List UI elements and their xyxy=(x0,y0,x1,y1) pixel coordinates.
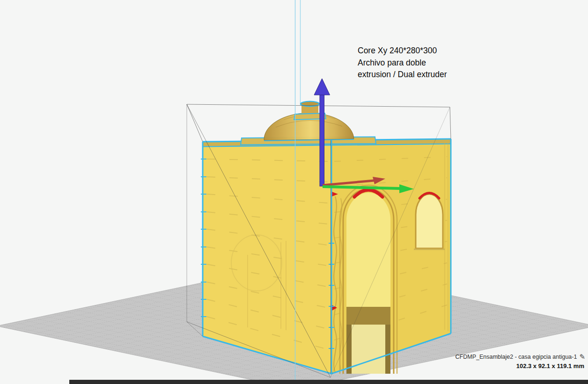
annotation-line-3: extrusion / Dual extruder xyxy=(358,69,447,81)
selected-model-info: CFDMP_Ensamblaje2 - casa egipcia antigua… xyxy=(456,353,585,370)
annotation-line-1: Core Xy 240*280*300 xyxy=(358,45,447,57)
annotation-line-2: Archivo para doble xyxy=(358,57,447,69)
window-arch xyxy=(414,194,445,249)
house-model[interactable] xyxy=(201,101,451,374)
scene-canvas[interactable] xyxy=(0,0,588,384)
bottom-bar xyxy=(69,380,588,384)
slicer-3d-viewport[interactable]: Core Xy 240*280*300 Archivo para doble e… xyxy=(0,0,588,384)
model-name-row: CFDMP_Ensamblaje2 - casa egipcia antigua… xyxy=(456,353,585,360)
pencil-icon[interactable]: ✎ xyxy=(579,353,585,360)
door-arch xyxy=(340,185,397,374)
model-dimensions: 102.3 x 92.1 x 119.1 mm xyxy=(456,362,585,370)
viewport-annotation: Core Xy 240*280*300 Archivo para doble e… xyxy=(358,45,447,81)
model-name: CFDMP_Ensamblaje2 - casa egipcia antigua… xyxy=(456,354,577,360)
